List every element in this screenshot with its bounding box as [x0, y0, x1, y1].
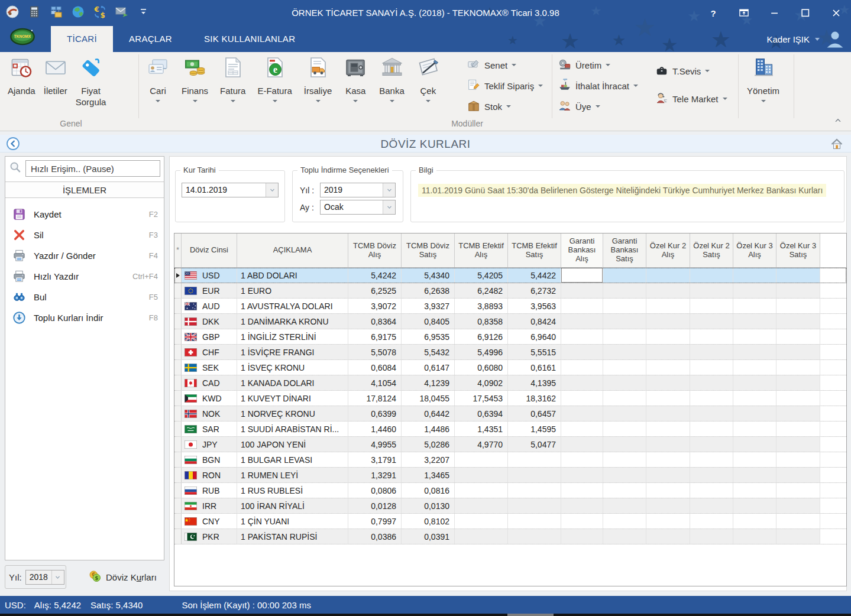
table-row-sar[interactable]: SAR1 SUUDİ ARABİSTAN Rİ...1,44601,44861,… [174, 422, 846, 437]
rate-cell-zel-kur-3-sat[interactable] [776, 360, 820, 375]
rate-cell-garanti-bankas-al[interactable] [561, 468, 603, 482]
rate-cell-garanti-bankas-sat[interactable] [603, 391, 646, 406]
row-indicator[interactable] [174, 360, 182, 375]
rate-cell-zel-kur-2-sat[interactable] [690, 468, 733, 482]
rate-cell-tcmb-efektif-sat[interactable]: 1,4595 [508, 422, 561, 436]
currency-desc-cell[interactable]: 1 EURO [237, 283, 348, 298]
rate-cell-zel-kur-2-al[interactable] [646, 514, 690, 529]
rate-cell-zel-kur-2-al[interactable] [646, 329, 690, 344]
table-row-aud[interactable]: AUD1 AVUSTRALYA DOLARI3,90723,93273,8893… [174, 299, 846, 314]
rate-cell-tcmb-efektif-al[interactable]: 5,4996 [455, 345, 508, 359]
rate-cell-tcmb-d-viz-sat[interactable]: 0,0391 [402, 529, 455, 544]
currency-code-cell[interactable]: EUR [182, 283, 237, 298]
rate-cell-zel-kur-2-sat[interactable] [690, 391, 733, 406]
currency-desc-cell[interactable]: 1 NORVEÇ KRONU [237, 406, 348, 421]
rate-cell-zel-kur-2-al[interactable] [646, 468, 690, 482]
rate-cell-garanti-bankas-sat[interactable] [603, 299, 646, 313]
rate-cell-zel-kur-3-al[interactable] [733, 452, 776, 467]
rate-cell-garanti-bankas-al[interactable] [561, 329, 603, 344]
currency-desc-cell[interactable]: 100 JAPON YENİ [237, 437, 348, 452]
table-row-cad[interactable]: CAD1 KANADA DOLARI4,10544,12394,09024,13… [174, 375, 846, 391]
column-header-garanti-bankas-sat[interactable]: Garanti Bankası Satış [603, 234, 646, 267]
rate-cell-tcmb-d-viz-al[interactable]: 17,8124 [348, 391, 402, 406]
rate-cell-zel-kur-3-sat[interactable] [776, 437, 820, 452]
row-indicator[interactable] [174, 529, 182, 544]
rate-cell-tcmb-d-viz-al[interactable]: 0,6084 [348, 360, 402, 375]
column-header-tcmb-d-viz-sat[interactable]: TCMB Döviz Satış [402, 234, 455, 267]
row-indicator[interactable] [174, 329, 182, 344]
tab-sik-kullanilanlar[interactable]: SIK KULLANILANLAR [188, 26, 311, 52]
rate-cell-zel-kur-2-sat[interactable] [690, 360, 733, 375]
currency-code-cell[interactable]: USD [182, 268, 237, 283]
currency-code-cell[interactable]: CHF [182, 345, 237, 359]
row-indicator[interactable] [174, 437, 182, 452]
rate-cell-zel-kur-3-sat[interactable] [776, 345, 820, 359]
table-row-jpy[interactable]: JPY100 JAPON YENİ4,99555,02864,97705,047… [174, 437, 846, 452]
currency-code-cell[interactable]: RUB [182, 483, 237, 498]
rate-cell-tcmb-d-viz-al[interactable]: 3,1791 [348, 452, 402, 467]
rate-cell-garanti-bankas-sat[interactable] [603, 283, 646, 298]
table-row-dkk[interactable]: DKK1 DANİMARKA KRONU0,83640,84050,83580,… [174, 314, 846, 329]
maximize-button[interactable] [799, 7, 812, 20]
rate-cell-zel-kur-2-sat[interactable] [690, 299, 733, 313]
rate-cell-zel-kur-2-al[interactable] [646, 375, 690, 390]
rate-cell-tcmb-d-viz-sat[interactable]: 0,0130 [402, 498, 455, 513]
chevron-down-icon[interactable] [383, 183, 395, 197]
help-button[interactable]: ? [707, 7, 720, 20]
rate-cell-tcmb-d-viz-al[interactable]: 0,7997 [348, 514, 402, 529]
window-style-icon[interactable] [737, 7, 750, 20]
rate-cell-zel-kur-3-sat[interactable] [776, 329, 820, 344]
currency-desc-cell[interactable]: 1 İSVEÇ KRONU [237, 360, 348, 375]
rate-cell-tcmb-efektif-al[interactable]: 3,8893 [455, 299, 508, 313]
rate-cell-tcmb-d-viz-sat[interactable]: 0,8102 [402, 514, 455, 529]
tab-ti-cari[interactable]: TİCARİ [51, 26, 113, 52]
rate-cell-tcmb-efektif-al[interactable]: 17,5453 [455, 391, 508, 406]
rate-cell-tcmb-d-viz-al[interactable]: 4,1054 [348, 375, 402, 390]
rate-cell-tcmb-d-viz-sat[interactable]: 0,6442 [402, 406, 455, 421]
column-header-zel-kur-3-al[interactable]: Özel Kur 3 Alış [733, 234, 776, 267]
year-combobox[interactable]: 2018 [25, 570, 64, 585]
rate-cell-garanti-bankas-al[interactable] [561, 345, 603, 359]
rate-cell-zel-kur-2-sat[interactable] [690, 283, 733, 298]
rate-cell-tcmb-efektif-sat[interactable]: 3,9563 [508, 299, 561, 313]
ribbon-button-i-letiler[interactable]: İletiler [40, 52, 72, 108]
rate-cell-tcmb-d-viz-al[interactable]: 5,4242 [348, 268, 402, 283]
rate-cell-garanti-bankas-sat[interactable] [603, 314, 646, 329]
ribbon-button-cari[interactable]: Cari [142, 52, 174, 102]
rate-cell-tcmb-efektif-al[interactable]: 0,8358 [455, 314, 508, 329]
rate-cell-garanti-bankas-sat[interactable] [603, 422, 646, 436]
search-input[interactable] [25, 160, 160, 177]
rate-cell-tcmb-efektif-sat[interactable] [508, 514, 561, 529]
rate-cell-zel-kur-3-al[interactable] [733, 437, 776, 452]
ribbon-button-i-rsaliye[interactable]: İrsaliye [300, 52, 336, 102]
rate-cell-tcmb-efektif-al[interactable]: 4,0902 [455, 375, 508, 390]
rate-cell-zel-kur-2-sat[interactable] [690, 375, 733, 390]
ribbon-button-fiyat-sorgula[interactable]: Fiyat Sorgula [72, 52, 111, 108]
rate-cell-garanti-bankas-al[interactable] [561, 375, 603, 390]
rate-cell-tcmb-d-viz-sat[interactable]: 0,0816 [402, 483, 455, 498]
toplu-month-combobox[interactable]: Ocak [320, 200, 396, 215]
rate-cell-garanti-bankas-al[interactable] [561, 437, 603, 452]
table-row-chf[interactable]: CHF1 İSVİÇRE FRANGI5,50785,54325,49965,5… [174, 345, 846, 360]
rate-cell-zel-kur-2-sat[interactable] [690, 329, 733, 344]
rate-cell-tcmb-efektif-sat[interactable]: 6,9640 [508, 329, 561, 344]
rate-cell-tcmb-d-viz-sat[interactable]: 5,5432 [402, 345, 455, 359]
rate-cell-tcmb-efektif-sat[interactable]: 6,2732 [508, 283, 561, 298]
rate-cell-tcmb-efektif-sat[interactable]: 5,4422 [508, 268, 561, 283]
chevron-down-icon[interactable] [51, 570, 64, 584]
rate-cell-garanti-bankas-sat[interactable] [603, 483, 646, 498]
currency-code-cell[interactable]: KWD [182, 391, 237, 406]
rate-cell-zel-kur-2-al[interactable] [646, 452, 690, 467]
rate-cell-tcmb-d-viz-al[interactable]: 5,5078 [348, 345, 402, 359]
currency-code-cell[interactable]: NOK [182, 406, 237, 421]
column-header-tcmb-d-viz-al[interactable]: TCMB Döviz Alış [348, 234, 402, 267]
ribbon-button-teklif-sipari[interactable]: Teklif Sipariş [467, 77, 543, 94]
rate-cell-zel-kur-3-al[interactable] [733, 483, 776, 498]
rate-cell-zel-kur-2-al[interactable] [646, 283, 690, 298]
rate-cell-zel-kur-3-al[interactable] [733, 422, 776, 436]
app-logo-badge-icon[interactable]: TKNOMX [9, 28, 35, 48]
row-indicator[interactable] [174, 375, 182, 390]
rate-cell-tcmb-d-viz-al[interactable]: 0,8364 [348, 314, 402, 329]
sidebar-item-h-zl-yazd-r[interactable]: Hızlı YazdırCtrl+F4 [5, 266, 164, 287]
rate-cell-zel-kur-3-al[interactable] [733, 375, 776, 390]
